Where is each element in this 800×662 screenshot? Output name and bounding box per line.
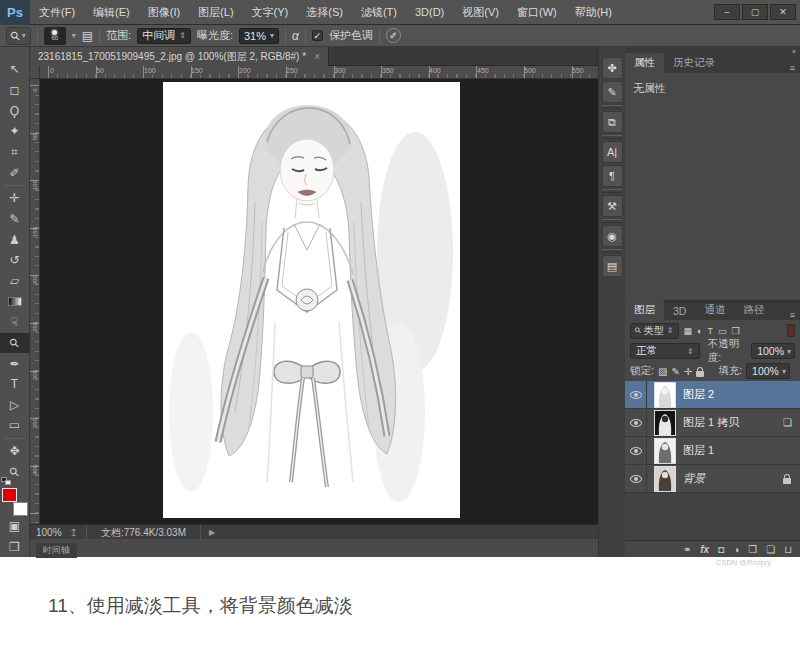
- zoom-level-field[interactable]: 100%: [36, 527, 62, 538]
- layer-filter-dropdown[interactable]: ⚲ 类型 ⇕: [630, 323, 679, 339]
- default-colors-icon[interactable]: [1, 477, 13, 486]
- clone-source-panel-icon[interactable]: ⧉: [602, 111, 623, 133]
- filter-type-icon[interactable]: T: [708, 326, 714, 336]
- menu-layer[interactable]: 图层(L): [189, 0, 242, 25]
- lock-pixels-icon[interactable]: ✎: [671, 366, 679, 377]
- tab-close-icon[interactable]: ×: [314, 47, 320, 66]
- menu-3d[interactable]: 3D(D): [406, 0, 453, 25]
- adjustment-layer-button[interactable]: ◑: [733, 544, 739, 555]
- brushes-panel-icon[interactable]: ✎: [602, 81, 623, 103]
- menu-view[interactable]: 视图(V): [453, 0, 508, 25]
- menu-edit[interactable]: 编辑(E): [84, 0, 139, 25]
- foreground-color-swatch[interactable]: [2, 488, 17, 502]
- type-tool[interactable]: T: [1, 374, 29, 395]
- layer-row-layer1-copy[interactable]: 图层 1 拷贝 ❏: [625, 409, 800, 437]
- healing-brush-tool[interactable]: ✛: [1, 188, 29, 209]
- clone-stamp-tool[interactable]: ♟: [1, 229, 29, 250]
- tab-timeline[interactable]: 时间轴: [36, 543, 77, 558]
- add-mask-button[interactable]: ◘: [718, 544, 724, 555]
- screen-mode-button[interactable]: ❐: [1, 536, 29, 557]
- brush-preset-picker[interactable]: 60: [44, 27, 66, 45]
- tab-layers[interactable]: 图层: [625, 300, 664, 320]
- link-layers-button[interactable]: ⚭: [683, 544, 691, 555]
- panel-menu-icon[interactable]: ≡: [790, 310, 800, 320]
- notes-panel-icon[interactable]: ▤: [602, 255, 623, 277]
- menu-file[interactable]: 文件(F): [30, 0, 84, 25]
- tab-3d[interactable]: 3D: [664, 302, 695, 320]
- airbrush-toggle-icon[interactable]: α: [292, 29, 299, 43]
- brush-presets-panel-icon[interactable]: ✤: [602, 57, 623, 79]
- pressure-size-toggle-icon[interactable]: ✐: [386, 28, 401, 43]
- menu-help[interactable]: 帮助(H): [566, 0, 621, 25]
- export-arrow-icon[interactable]: ↥: [70, 527, 78, 538]
- blend-mode-dropdown[interactable]: 正常 ⇕: [630, 343, 700, 359]
- brush-tool[interactable]: ✎: [1, 209, 29, 230]
- eraser-tool[interactable]: ▱: [1, 271, 29, 292]
- quick-mask-button[interactable]: ▣: [1, 516, 29, 537]
- filter-smart-object-icon[interactable]: ❒: [732, 326, 740, 336]
- tab-history[interactable]: 历史记录: [664, 53, 724, 73]
- lock-position-icon[interactable]: ✛: [684, 366, 692, 377]
- layer-row-layer1[interactable]: 图层 1: [625, 437, 800, 465]
- menu-window[interactable]: 窗口(W): [508, 0, 566, 25]
- brush-picker-caret-icon[interactable]: ▾: [72, 31, 76, 40]
- marquee-tool[interactable]: ◻: [1, 80, 29, 101]
- tab-channels[interactable]: 通道: [695, 300, 734, 320]
- history-brush-tool[interactable]: ↺: [1, 250, 29, 271]
- tool-presets-panel-icon[interactable]: ⚒: [602, 195, 623, 217]
- menu-select[interactable]: 选择(S): [297, 0, 352, 25]
- canvas-pasteboard[interactable]: [40, 79, 598, 524]
- quick-selection-tool[interactable]: ✦: [1, 121, 29, 142]
- visibility-toggle[interactable]: [625, 437, 647, 465]
- tab-properties[interactable]: 属性: [625, 53, 664, 73]
- panel-menu-icon[interactable]: ≡: [790, 63, 800, 73]
- filter-adjustment-icon[interactable]: ◐: [697, 326, 702, 336]
- gradient-tool[interactable]: [1, 291, 29, 312]
- visibility-toggle[interactable]: [625, 409, 647, 437]
- minimize-button[interactable]: –: [714, 4, 740, 20]
- filter-pixel-icon[interactable]: ▦: [684, 326, 693, 336]
- current-tool-chip[interactable]: ⚲ ▾: [6, 27, 31, 45]
- maximize-button[interactable]: ▢: [742, 4, 768, 20]
- filter-toggle-switch[interactable]: [787, 324, 795, 337]
- delete-layer-button[interactable]: ⊔: [784, 544, 792, 555]
- layer-style-button[interactable]: fx: [700, 544, 709, 555]
- visibility-toggle[interactable]: [625, 381, 647, 409]
- toggle-brush-panel-icon[interactable]: ▤: [82, 29, 93, 43]
- menu-image[interactable]: 图像(I): [139, 0, 189, 25]
- new-group-button[interactable]: ❒: [748, 544, 757, 555]
- exposure-dropdown[interactable]: 31% ▾: [239, 28, 279, 44]
- fill-dropdown[interactable]: 100% ▾: [746, 363, 790, 379]
- menu-type[interactable]: 文字(Y): [243, 0, 298, 25]
- dodge-tool-selected[interactable]: ⚲: [0, 333, 30, 354]
- opacity-dropdown[interactable]: 100% ▾: [751, 343, 795, 359]
- layer-row-layer2[interactable]: 图层 2: [625, 381, 800, 409]
- hand-tool[interactable]: ✥: [1, 441, 29, 462]
- lasso-tool[interactable]: Ϙ: [1, 100, 29, 121]
- smudge-tool[interactable]: ☟: [1, 312, 29, 333]
- visibility-toggle[interactable]: [625, 465, 647, 493]
- range-dropdown[interactable]: 中间调 ⇕: [137, 28, 191, 44]
- document-tab[interactable]: 23161815_170051909495_2.jpg @ 100%(图层 2,…: [30, 47, 329, 66]
- layer-row-background[interactable]: 背景: [625, 465, 800, 493]
- canvas-image-sketch-portrait[interactable]: [163, 82, 460, 518]
- collapse-panels-icon[interactable]: «: [792, 48, 796, 55]
- creative-cloud-icon[interactable]: ◉: [602, 225, 623, 247]
- move-tool[interactable]: ↖: [1, 59, 29, 80]
- close-button[interactable]: ✕: [770, 4, 796, 20]
- status-flyout-icon[interactable]: ▶: [209, 528, 215, 537]
- lock-transparency-icon[interactable]: ▨: [658, 366, 667, 377]
- character-panel-icon[interactable]: A|: [602, 141, 623, 163]
- tab-paths[interactable]: 路径: [734, 300, 773, 320]
- protect-tones-checkbox[interactable]: ✓: [312, 30, 323, 41]
- filter-shape-icon[interactable]: ▭: [718, 326, 727, 336]
- shape-tool[interactable]: ▭: [1, 415, 29, 436]
- lock-all-icon[interactable]: [696, 371, 704, 377]
- paragraph-panel-icon[interactable]: ¶: [602, 165, 623, 187]
- background-color-swatch[interactable]: [13, 502, 28, 516]
- path-selection-tool[interactable]: ▷: [1, 395, 29, 416]
- eyedropper-tool[interactable]: ✐: [1, 162, 29, 183]
- menu-filter[interactable]: 滤镜(T): [352, 0, 406, 25]
- pen-tool[interactable]: ✒: [1, 353, 29, 374]
- new-layer-button[interactable]: ❏: [766, 544, 775, 555]
